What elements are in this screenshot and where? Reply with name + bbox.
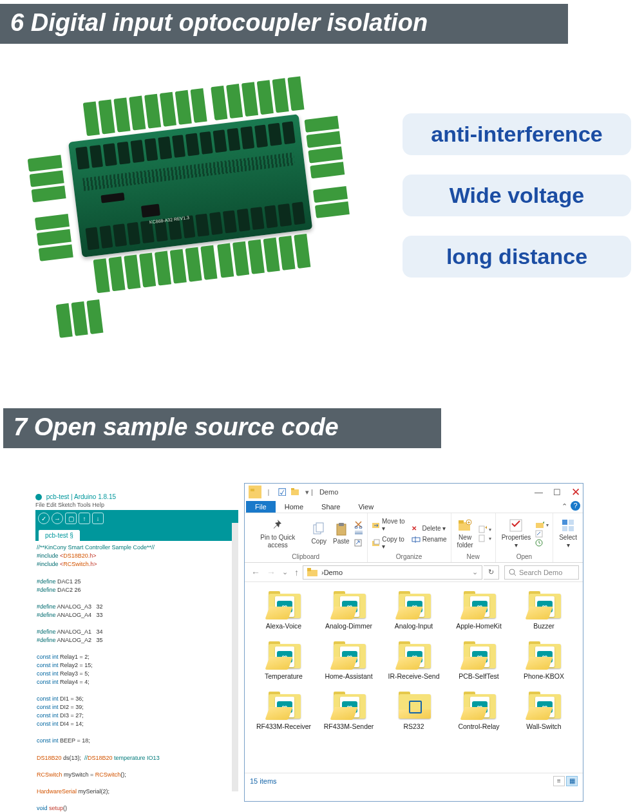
nav-forward-button[interactable]: → [264, 567, 278, 578]
svg-rect-2 [291, 489, 299, 495]
ribbon: Pin to Quick access Copy Paste Clipboard [245, 513, 583, 563]
ribbon-tab-home[interactable]: Home [276, 501, 312, 513]
new-button[interactable]: ▢ [65, 513, 77, 524]
edit-button[interactable] [535, 530, 549, 538]
path-icon [354, 530, 363, 538]
svg-rect-30 [562, 520, 567, 525]
folder-item[interactable]: ∞Control-Relay [446, 690, 511, 732]
ide-code-editor[interactable]: //**KinCony Smart Controller Sample Code… [35, 541, 238, 812]
minimize-button[interactable]: — [535, 487, 543, 497]
folder-arduino-icon: ∞ [525, 692, 564, 720]
folder-item[interactable]: ∞Phone-KBOX [511, 640, 576, 681]
svg-rect-35 [307, 568, 311, 571]
breadcrumb-current[interactable]: Demo [324, 569, 343, 576]
status-item-count: 15 items [250, 777, 277, 785]
paste-shortcut-button[interactable] [354, 539, 363, 547]
feature-wide-voltage: Wide voltage [402, 175, 631, 216]
collapse-ribbon-icon[interactable]: ⌃ [562, 502, 567, 511]
folder-item[interactable]: ∞RF433M-Sender [316, 690, 381, 732]
svg-rect-7 [339, 523, 344, 526]
folder-item[interactable]: ∞Temperature [251, 640, 316, 681]
ribbon-tab-share[interactable]: Share [312, 501, 349, 513]
folder-item[interactable]: RS232 [381, 690, 446, 732]
pin-icon [271, 518, 284, 533]
folder-content-pane[interactable]: ∞Alexa-Voice∞Analog-Dimmer∞Analog-Input∞… [245, 582, 583, 773]
ribbon-group-open: Open [500, 552, 549, 562]
pin-quick-access-button[interactable]: Pin to Quick access [249, 518, 307, 549]
upload-button[interactable]: → [52, 513, 63, 524]
search-icon [509, 569, 516, 576]
address-bar[interactable]: › Demo ⌄ [303, 565, 482, 580]
explorer-titlebar: | ☑ ▾ | Demo — ☐ ✕ [245, 484, 583, 500]
folder-item[interactable]: ∞Alexa-Voice [251, 590, 316, 631]
maximize-button[interactable]: ☐ [553, 487, 561, 497]
folder-item[interactable]: ∞Wall-Switch [511, 690, 576, 732]
folder-label: Apple-HomeKit [456, 622, 502, 630]
cut-button[interactable] [354, 521, 363, 529]
folder-item[interactable]: ∞Analog-Dimmer [316, 590, 381, 631]
pcb-board-image: KC868-A32 REV1.3 [6, 71, 361, 347]
addr-dropdown-icon[interactable]: ⌄ [472, 568, 478, 576]
arduino-logo-icon [35, 494, 42, 500]
folder-item[interactable]: ∞Apple-HomeKit [446, 590, 511, 631]
new-folder-button[interactable]: ✦ New folder [455, 518, 475, 549]
open-button[interactable]: ↑ [79, 513, 90, 524]
folder-item[interactable]: ∞Home-Assistant [316, 640, 381, 681]
paste-button[interactable]: Paste [331, 522, 352, 545]
folder-item[interactable]: ∞IR-Receive-Send [381, 640, 446, 681]
ide-sketch-tab[interactable]: pcb-test § [38, 529, 80, 541]
copy-path-button[interactable] [354, 530, 363, 538]
close-button[interactable]: ✕ [571, 486, 580, 499]
help-icon[interactable]: ? [571, 501, 580, 511]
folder-arduino-icon: ∞ [265, 641, 303, 670]
ribbon-tab-view[interactable]: View [349, 501, 383, 513]
folder-label: Control-Relay [458, 722, 499, 730]
refresh-button[interactable]: ↻ [484, 565, 499, 580]
open-icon: ✦ [535, 521, 544, 529]
view-details-button[interactable]: ≡ [553, 776, 565, 786]
rename-button[interactable]: Rename [412, 536, 447, 543]
properties-icon [509, 518, 523, 533]
qat-customize-icon[interactable]: ▾ | [303, 488, 316, 496]
new-item-button[interactable]: ✦▾ [478, 525, 491, 533]
folder-item[interactable]: ∞Analog-Input [381, 590, 446, 631]
folder-arduino-icon: ∞ [460, 641, 498, 670]
properties-button[interactable]: Properties ▾ [500, 518, 533, 549]
folder-item[interactable]: ∞Buzzer [511, 590, 576, 631]
folder-item[interactable]: ∞RF433M-Receiver [251, 690, 316, 732]
svg-rect-24 [479, 535, 484, 542]
verify-button[interactable]: ✓ [38, 513, 50, 524]
feature-long-distance: long distance [402, 236, 631, 278]
folder-item[interactable]: ∞PCB-SelfTest [446, 640, 511, 681]
svg-rect-33 [569, 526, 574, 531]
svg-rect-15 [374, 540, 379, 544]
open-button-small[interactable]: ✦▾ [535, 521, 549, 529]
qat-newfolder-icon[interactable] [289, 486, 302, 498]
ribbon-group-clipboard: Clipboard [249, 552, 363, 562]
history-button[interactable] [535, 539, 549, 547]
folder-icon [307, 568, 317, 576]
nav-back-button[interactable]: ← [249, 567, 263, 578]
svg-rect-28 [536, 531, 542, 537]
move-to-button[interactable]: Move to ▾ [372, 518, 409, 532]
svg-text:✦: ✦ [542, 521, 544, 525]
scrollbar[interactable] [232, 523, 238, 791]
nav-up-button[interactable]: ↑ [292, 567, 301, 578]
svg-point-36 [509, 569, 515, 574]
select-button[interactable]: Select ▾ [557, 518, 579, 549]
copy-button[interactable]: Copy [310, 522, 328, 545]
ide-menu-bar[interactable]: File Edit Sketch Tools Help [35, 502, 238, 510]
easy-access-button[interactable]: ▾ [478, 534, 491, 542]
folder-arduino-icon: ∞ [265, 692, 303, 720]
copy-to-button[interactable]: Copy to ▾ [372, 536, 409, 550]
save-button[interactable]: ↓ [92, 513, 104, 524]
delete-button[interactable]: ✕ Delete ▾ [412, 525, 447, 532]
delete-icon: ✕ [412, 525, 417, 532]
search-box[interactable]: Search Demo [504, 565, 579, 580]
view-icons-button[interactable]: ▦ [566, 776, 578, 786]
shortcut-icon [354, 539, 363, 547]
ribbon-tab-file[interactable]: File [246, 501, 276, 513]
qat-properties-icon[interactable]: ☑ [276, 486, 289, 498]
nav-recent-button[interactable]: ⌄ [279, 568, 290, 576]
folder-label: Phone-KBOX [524, 672, 564, 680]
